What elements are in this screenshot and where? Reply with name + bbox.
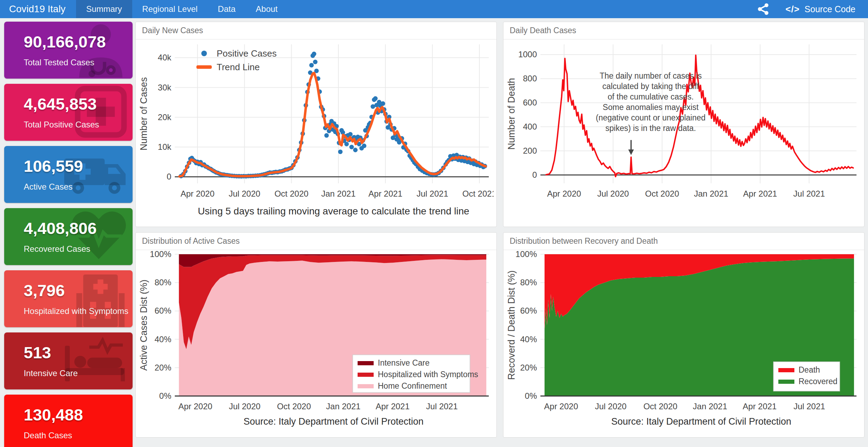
svg-text:Jul 2021: Jul 2021 <box>793 189 825 198</box>
stat-card-death-cases: 130,488 Death Cases <box>4 395 133 447</box>
share-icon[interactable] <box>757 3 769 15</box>
svg-text:Death: Death <box>799 365 820 374</box>
svg-text:Apr 2020: Apr 2020 <box>180 189 214 198</box>
svg-text:Apr 2021: Apr 2021 <box>368 189 402 198</box>
stat-label: Hospitalized with Symptoms <box>4 300 133 316</box>
chart-annotation: of the cumulative cases. <box>608 92 694 101</box>
tab-data[interactable]: Data <box>208 0 246 18</box>
stat-label: Active Cases <box>4 176 133 192</box>
sidebar: 90,166,078 Total Tested Cases 4,645,853 … <box>4 22 133 447</box>
svg-text:600: 600 <box>523 98 537 107</box>
svg-text:Oct 2020: Oct 2020 <box>275 189 308 198</box>
legend[interactable]: Positive CasesTrend Line <box>196 48 277 72</box>
svg-text:Oct 2020: Oct 2020 <box>277 402 311 411</box>
svg-text:20k: 20k <box>158 112 172 122</box>
stat-card-intensive-care: 513 Intensive Care <box>4 332 133 389</box>
panel-daily-death-cases: Daily Death Cases Apr 2020Jul 2020Oct 20… <box>503 22 865 227</box>
daily-new-cases-chart[interactable]: Apr 2020Jul 2020Oct 2020Jan 2021Apr 2021… <box>136 39 494 206</box>
svg-text:Apr 2020: Apr 2020 <box>544 402 578 411</box>
svg-text:30k: 30k <box>158 83 172 92</box>
chart-annotation: The daily number of cases is <box>600 71 702 80</box>
stat-card-hospitalized-with-symptoms: 3,796 Hospitalized with Symptoms <box>4 270 133 327</box>
svg-text:0: 0 <box>532 170 537 179</box>
svg-text:200: 200 <box>523 146 537 155</box>
svg-text:Oct 2021: Oct 2021 <box>462 189 494 198</box>
stat-value: 513 <box>4 332 133 362</box>
chart-annotation: spikes) is in the raw data. <box>605 124 696 133</box>
svg-text:Jan 2021: Jan 2021 <box>693 402 727 411</box>
charts-grid: Daily New Cases Apr 2020Jul 2020Oct 2020… <box>135 22 865 447</box>
tab-about[interactable]: About <box>246 0 288 18</box>
svg-text:Apr 2020: Apr 2020 <box>547 189 581 198</box>
svg-text:Hospitalized with Symptoms: Hospitalized with Symptoms <box>378 370 478 379</box>
svg-text:40k: 40k <box>158 53 172 62</box>
stat-card-total-tested-cases: 90,166,078 Total Tested Cases <box>4 22 133 79</box>
stat-value: 130,488 <box>4 395 133 424</box>
svg-text:Jul 2020: Jul 2020 <box>229 402 261 411</box>
legend[interactable]: Intensive CareHospitalized with Symptoms… <box>353 355 478 393</box>
stat-label: Total Tested Cases <box>4 51 133 67</box>
svg-text:10k: 10k <box>158 142 172 152</box>
stat-label: Death Cases <box>4 424 133 440</box>
panel-daily-new-cases: Daily New Cases Apr 2020Jul 2020Oct 2020… <box>135 22 497 227</box>
svg-text:Jul 2021: Jul 2021 <box>417 189 448 198</box>
svg-text:Positive Cases: Positive Cases <box>217 48 277 59</box>
svg-text:20%: 20% <box>155 363 171 372</box>
source-caption: Source: Italy Department of Civil Protec… <box>136 416 496 427</box>
stat-label: Total Positive Cases <box>4 113 133 130</box>
page-content: 90,166,078 Total Tested Cases 4,645,853 … <box>0 18 868 447</box>
source-code-label: Source Code <box>805 4 855 14</box>
trend-caption: Using 5 days trailing moving average to … <box>136 206 496 217</box>
panel-title: Distribution between Recovery and Death <box>503 233 864 250</box>
svg-text:Apr 2020: Apr 2020 <box>178 402 212 411</box>
svg-text:Jul 2020: Jul 2020 <box>229 189 260 198</box>
legend[interactable]: DeathRecovered <box>773 362 840 391</box>
stat-card-total-positive-cases: 4,645,853 Total Positive Cases <box>4 84 133 141</box>
annotation-arrow <box>628 149 634 155</box>
svg-text:80%: 80% <box>155 278 171 287</box>
recovery-death-distribution-chart[interactable]: Apr 2020Jul 2020Oct 2020Jan 2021Apr 2021… <box>503 250 861 417</box>
svg-text:100%: 100% <box>150 250 171 259</box>
y-axis-title: Number of Cases <box>139 77 149 151</box>
panel-active-distribution: Distribution of Active Cases Apr 2020Jul… <box>135 232 497 438</box>
line-trend-line <box>180 73 486 176</box>
svg-text:Jul 2020: Jul 2020 <box>597 189 629 198</box>
panel-title: Distribution of Active Cases <box>136 233 496 250</box>
svg-text:Home Confinement: Home Confinement <box>378 381 447 390</box>
svg-text:Recovered: Recovered <box>799 377 837 386</box>
code-icon: </> <box>785 4 800 15</box>
nav-tabs: SummaryRegional LevelDataAbout <box>76 0 288 18</box>
svg-text:Intensive Care: Intensive Care <box>378 358 429 367</box>
svg-text:Jul 2021: Jul 2021 <box>793 402 825 411</box>
svg-text:0%: 0% <box>525 391 537 401</box>
svg-text:0%: 0% <box>159 391 171 401</box>
svg-text:20%: 20% <box>520 363 537 372</box>
app-title: Covid19 Italy <box>0 0 76 18</box>
source-code-link[interactable]: </> Source Code <box>785 4 855 15</box>
stat-value: 3,796 <box>4 270 133 300</box>
active-cases-distribution-chart[interactable]: Apr 2020Jul 2020Oct 2020Jan 2021Apr 2021… <box>136 250 494 417</box>
svg-text:Jul 2021: Jul 2021 <box>426 402 458 411</box>
svg-text:Jan 2021: Jan 2021 <box>694 189 728 198</box>
svg-text:Apr 2021: Apr 2021 <box>743 402 777 411</box>
navbar-right: </> Source Code <box>757 0 868 18</box>
chart-annotation: (negative count or unexplained <box>596 113 706 122</box>
stat-value: 90,166,078 <box>4 22 133 51</box>
tab-summary[interactable]: Summary <box>76 0 132 18</box>
svg-text:0: 0 <box>167 172 171 181</box>
stat-card-active-cases: 106,559 Active Cases <box>4 146 133 203</box>
stat-value: 4,408,806 <box>4 208 133 238</box>
svg-text:Oct 2020: Oct 2020 <box>645 189 679 198</box>
svg-text:100%: 100% <box>516 250 537 259</box>
svg-text:Jul 2020: Jul 2020 <box>595 402 627 411</box>
svg-text:800: 800 <box>523 74 537 83</box>
svg-text:1000: 1000 <box>518 50 537 59</box>
daily-death-cases-chart[interactable]: Apr 2020Jul 2020Oct 2020Jan 2021Apr 2021… <box>503 39 861 206</box>
svg-text:Apr 2021: Apr 2021 <box>376 402 410 411</box>
svg-text:Oct 2020: Oct 2020 <box>643 402 677 411</box>
stat-card-recovered-cases: 4,408,806 Recovered Cases <box>4 208 133 265</box>
navbar: Covid19 Italy SummaryRegional LevelDataA… <box>0 0 868 18</box>
stat-label: Recovered Cases <box>4 238 133 254</box>
svg-text:40%: 40% <box>520 335 537 344</box>
tab-regional-level[interactable]: Regional Level <box>132 0 208 18</box>
